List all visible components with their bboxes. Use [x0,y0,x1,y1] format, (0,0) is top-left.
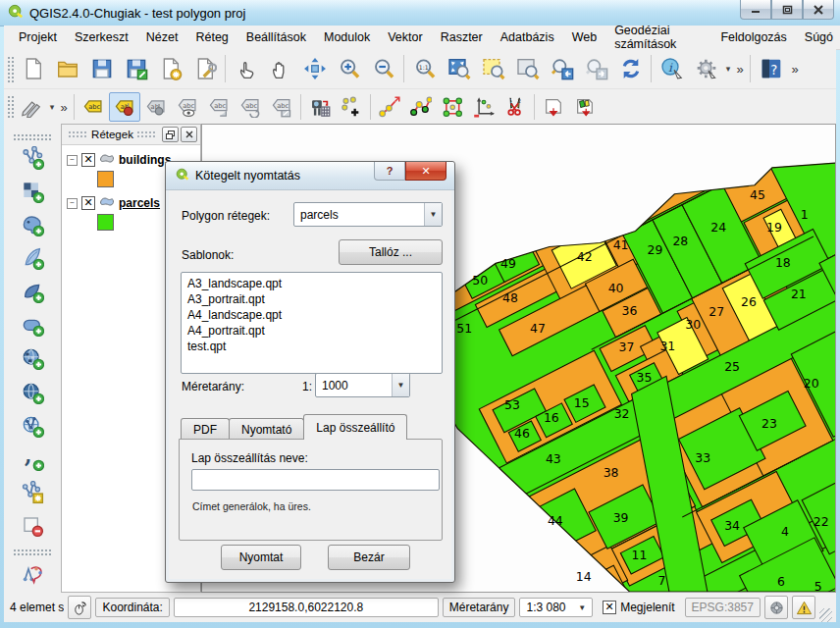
chevron-down-icon[interactable]: ▼ [578,603,586,612]
new-composer-button[interactable] [153,53,187,85]
label-rotate-button[interactable]: abc [235,92,266,122]
composer-name-input[interactable] [191,469,440,491]
toolbar-overflow-button[interactable]: » [733,62,747,77]
menu-vektor[interactable]: Vektor [379,26,431,48]
template-list-item[interactable]: A3_portrait.qpt [187,291,436,307]
restore-button[interactable] [771,0,803,20]
zoom-to-layer-button[interactable] [510,53,545,85]
render-checkbox[interactable]: ✕ [603,601,616,614]
toolbar-overflow-button[interactable]: » [57,100,71,115]
layer-color-swatch[interactable] [97,171,114,187]
print-button[interactable]: Nyomtat [221,545,301,570]
map-tips-button[interactable] [16,559,49,590]
crs-globe-button[interactable] [764,596,788,619]
refresh-button[interactable] [613,53,648,85]
tab-lap-ssze-ll-t-[interactable]: Lap összeállító [303,414,407,440]
layer-visibility-checkbox[interactable]: ✕ [81,153,95,167]
label-visibility-button[interactable]: abc [172,92,203,122]
add-vector-layer-button[interactable] [16,142,49,173]
label-pinned-button[interactable]: ab [109,92,140,122]
dialog-help-button[interactable]: ? [374,162,405,181]
tracking-toggle-button[interactable] [68,596,91,619]
scale-status-combo[interactable]: 1:3 080 ▼ [519,598,593,617]
pan-to-selection-button[interactable] [297,53,332,85]
layer-visibility-checkbox[interactable]: ✕ [81,196,95,210]
add-wcs-layer-button[interactable] [16,377,49,407]
chevron-down-icon[interactable]: ▼ [392,374,409,396]
toolbar-overflow-button[interactable]: » [788,62,802,77]
run-feature-action-button[interactable] [689,53,723,85]
tree-expander-icon[interactable]: − [67,155,78,166]
tab-pdf[interactable]: PDF [181,418,230,440]
layer-color-swatch[interactable] [97,214,114,231]
zoom-out-button[interactable] [366,53,400,85]
dialog-close-button[interactable]: ✕ [405,162,446,181]
vertex-chain-button[interactable] [405,92,437,122]
menu-be-ll-t-sok[interactable]: Beállítások [237,26,315,48]
tab-nyomtat-[interactable]: Nyomtató [229,418,304,440]
zoom-next-button[interactable] [579,53,613,85]
tree-expander-icon[interactable]: − [67,198,78,209]
split-features-button[interactable]: 12 [499,92,531,122]
export-composition-button[interactable] [569,92,601,122]
toolbar-grip[interactable] [13,133,53,140]
add-wfs-layer-button[interactable] [16,410,49,441]
menu-web[interactable]: Web [563,26,605,48]
panel-grip[interactable] [136,131,157,138]
new-shapefile-layer-button[interactable] [16,477,49,507]
template-list-item[interactable]: A4_landscape.qpt [187,307,436,323]
menu-feldolgoz-s[interactable]: Feldolgozás [711,26,795,48]
save-project-button[interactable] [84,53,119,85]
dialog-close-action-button[interactable]: Bezár [328,545,410,570]
label-move-button[interactable]: abc [203,92,235,122]
help-button[interactable]: ? [754,53,788,85]
add-wms-layer-button[interactable] [16,343,49,374]
composer-manager-button[interactable] [187,53,222,85]
edit-pencils-button[interactable] [16,92,47,122]
resize-grip[interactable] [819,608,832,622]
close-button[interactable] [803,0,834,20]
identify-button[interactable]: i [655,53,689,85]
add-spatialite-layer-button[interactable] [16,243,49,274]
zoom-full-button[interactable] [442,53,476,85]
label-edit-button[interactable]: abc [266,92,297,122]
vertex-edit-button[interactable] [374,92,405,122]
menu-s-g-[interactable]: Súgó [796,26,840,48]
topology-edit-button[interactable] [437,92,468,122]
template-list-item[interactable]: A3_landscape.qpt [187,276,436,291]
layer-name[interactable]: parcels [119,196,160,210]
zoom-last-button[interactable] [545,53,579,85]
templates-list[interactable]: A3_landscape.qptA3_portrait.qptA4_landsc… [181,272,443,374]
add-oracle-layer-button[interactable] [16,310,49,340]
render-toggle[interactable]: ✕ Megjelenít [597,598,680,617]
chevron-down-icon[interactable]: ▼ [424,203,442,226]
minimize-button[interactable] [740,0,771,20]
add-delimited-text-layer-button[interactable]: , [16,444,49,474]
template-list-item[interactable]: test.qpt [187,339,436,354]
survey-import-button[interactable] [304,92,336,122]
add-mssql-layer-button[interactable] [16,277,49,307]
add-postgis-layer-button[interactable] [16,210,49,240]
offset-point-button[interactable] [468,92,499,122]
crs-status-button[interactable]: EPSG:3857 [685,598,761,617]
coordinate-value[interactable]: 2129158.0,6022120.8 [174,598,439,617]
new-project-button[interactable] [16,53,50,85]
dropdown-caret-icon[interactable]: ▾ [723,64,733,74]
panel-grip[interactable] [68,131,88,138]
dropdown-caret-icon[interactable]: ▾ [47,102,57,112]
menu-r-teg[interactable]: Réteg [186,26,236,48]
add-point-feature-button[interactable] [336,92,367,122]
zoom-native-button[interactable]: 1:1 [407,53,442,85]
scale-combo[interactable]: 1000 ▼ [315,373,410,397]
export-features-button[interactable] [538,92,569,122]
remove-layer-button[interactable] [16,510,49,541]
template-list-item[interactable]: A4_portrait.qpt [187,323,436,339]
zoom-in-button[interactable] [332,53,366,85]
panel-float-button[interactable] [162,127,179,142]
add-raster-layer-button[interactable] [16,176,49,206]
menu-projekt[interactable]: Projekt [10,26,66,48]
label-pin-button[interactable]: ab [140,92,172,122]
panel-close-button[interactable] [181,127,197,142]
menu-raszter[interactable]: Raszter [432,26,492,48]
save-project-as-button[interactable] [119,53,153,85]
